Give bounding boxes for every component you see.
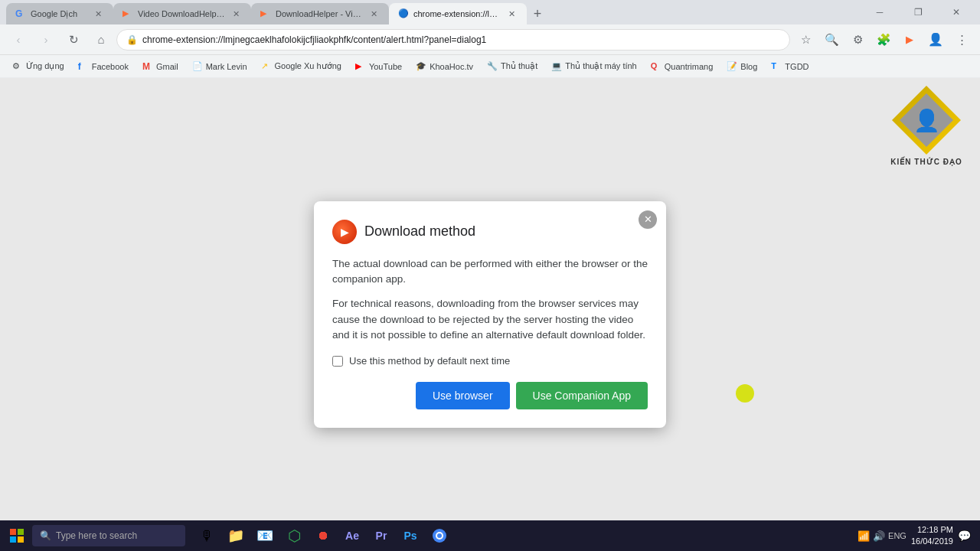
tab-close-2[interactable]: ✕	[230, 8, 242, 20]
bookmark-label-khoahoc: KhoaHoc.tv	[430, 62, 473, 71]
checkbox-label[interactable]: Use this method by default next time	[349, 355, 510, 367]
tab-label-4: chrome-extension://lmjnegcaek...	[413, 9, 501, 18]
tab-favicon-4: 🔵	[398, 8, 409, 19]
tab-extension[interactable]: 🔵 chrome-extension://lmjnegcaek... ✕	[389, 3, 527, 24]
bookmark-label-tgdd: TGDD	[785, 62, 808, 71]
mark-levin-icon: 📄	[192, 61, 203, 72]
youtube-icon: ▶	[355, 61, 366, 72]
quantrimang-icon: Q	[651, 61, 662, 72]
vdh-dialog-icon: ▶	[332, 220, 357, 244]
taskbar-adobe-ps[interactable]: Ps	[397, 522, 424, 549]
maximize-button[interactable]: ❐	[900, 0, 936, 24]
home-button[interactable]: ⌂	[89, 28, 113, 52]
bookmark-label-youtube: YouTube	[369, 62, 402, 71]
thu-thuat-mt-icon: 💻	[551, 61, 562, 72]
toolbar-icons: ☆ 🔍 ⚙ 🧩 ▶ 👤 ⋮	[793, 28, 974, 52]
blog-icon: 📝	[727, 61, 737, 72]
taskbar-adobe-ae[interactable]: Ae	[338, 522, 366, 549]
dialog-header: ▶ Download method	[332, 220, 648, 244]
gmail-icon: M	[142, 61, 153, 72]
bookmark-youtube[interactable]: ▶ YouTube	[349, 60, 408, 73]
bookmark-tgdd[interactable]: T TGDD	[765, 60, 815, 73]
window-controls: ─ ❐ ✕	[862, 0, 974, 24]
tab-favicon-2: ▶	[122, 8, 133, 19]
minimize-button[interactable]: ─	[862, 0, 897, 24]
address-text: chrome-extension://lmjnegcaeklhafolokijc…	[142, 34, 780, 45]
tab-label-1: Google Dịch	[31, 9, 77, 19]
thu-thuat-icon: 🔧	[487, 61, 498, 72]
tgdd-icon: T	[771, 61, 782, 72]
tab-close-4[interactable]: ✕	[505, 8, 518, 20]
profile-icon[interactable]: 👤	[923, 28, 948, 52]
tab-google-dich[interactable]: G Google Dịch ✕	[6, 3, 113, 24]
bookmark-label-trends: Google Xu hướng	[275, 61, 341, 71]
svg-rect-0	[10, 529, 16, 535]
use-companion-button[interactable]: Use Companion App	[516, 382, 648, 409]
taskbar-record[interactable]: ⏺	[309, 522, 337, 549]
bookmark-facebook[interactable]: f Facebook	[72, 60, 135, 73]
dialog-title: Download method	[364, 223, 475, 240]
address-bar[interactable]: 🔒 chrome-extension://lmjnegcaeklhafoloki…	[116, 29, 790, 51]
taskbar-chrome[interactable]	[426, 522, 453, 549]
bookmark-icon[interactable]: ☆	[793, 28, 818, 52]
taskbar-adobe-pr[interactable]: Pr	[368, 522, 395, 549]
tab-favicon-3: ▶	[260, 8, 271, 19]
bookmark-label-mark: Mark Levin	[206, 62, 247, 71]
taskbar-system-icons: 📶 🔊 ENG	[858, 530, 906, 542]
tab-vdh2[interactable]: ▶ DownloadHelper - Video downl... ✕	[251, 3, 389, 24]
start-button[interactable]	[3, 522, 31, 549]
tab-close-3[interactable]: ✕	[368, 8, 380, 20]
taskbar-app4[interactable]: ⬡	[280, 522, 308, 549]
taskbar-search[interactable]: 🔍 Type here to search	[32, 525, 185, 546]
bookmark-label: Ứng dụng	[26, 61, 64, 71]
bookmark-quantrimang[interactable]: Q Quantrimang	[645, 60, 720, 73]
bookmark-thu-thuat-mt[interactable]: 💻 Thủ thuật máy tính	[545, 60, 642, 73]
bookmark-ung-dung[interactable]: ⚙ Ứng dụng	[6, 60, 70, 73]
taskbar-clock: 12:18 PM 16/04/2019	[911, 524, 953, 548]
reload-button[interactable]: ↻	[61, 28, 86, 52]
tab-vdh1[interactable]: ▶ Video DownloadHelper - Cửa h... ✕	[113, 3, 251, 24]
menu-icon[interactable]: ⋮	[949, 28, 974, 52]
taskbar-right: 📶 🔊 ENG 12:18 PM 16/04/2019 💬	[858, 524, 977, 548]
tab-close-1[interactable]: ✕	[92, 8, 104, 20]
bookmark-blog[interactable]: 📝 Blog	[720, 60, 763, 73]
extensions-icon[interactable]: 🧩	[871, 28, 896, 52]
notification-icon[interactable]: 💬	[958, 530, 971, 542]
download-method-dialog: ▶ Download method ✕ The actual download …	[314, 201, 666, 428]
bookmark-thu-thuat[interactable]: 🔧 Thủ thuật	[481, 60, 544, 73]
dialog-body: The actual download can be performed wit…	[332, 256, 648, 343]
dialog-para2: For technical reasons, downloading from …	[332, 296, 648, 343]
taskbar-file-explorer[interactable]: 📁	[222, 522, 250, 549]
zoom-icon[interactable]: 🔍	[819, 28, 844, 52]
svg-rect-3	[18, 536, 24, 543]
ung-dung-icon: ⚙	[12, 61, 23, 72]
settings-icon[interactable]: ⚙	[845, 28, 870, 52]
browser-window: G Google Dịch ✕ ▶ Video DownloadHelper -…	[0, 0, 980, 551]
bookmark-label-facebook: Facebook	[92, 62, 129, 71]
lock-icon: 🔒	[126, 34, 138, 45]
bookmark-gmail[interactable]: M Gmail	[136, 60, 185, 73]
facebook-icon: f	[78, 61, 89, 72]
volume-icon: 🔊	[873, 530, 885, 542]
taskbar-cortana[interactable]: 🎙	[193, 522, 220, 549]
taskbar-search-text: Type here to search	[56, 530, 137, 541]
bookmark-khoahoc[interactable]: 🎓 KhoaHoc.tv	[410, 60, 479, 73]
vdh-ext-icon[interactable]: ▶	[897, 28, 922, 52]
forward-button[interactable]: ›	[34, 28, 58, 52]
address-bar-row: ‹ › ↻ ⌂ 🔒 chrome-extension://lmjnegcaekl…	[0, 24, 980, 55]
bookmark-google-trends[interactable]: ↗ Google Xu hướng	[255, 60, 348, 73]
bookmark-label-thuat: Thủ thuật	[501, 61, 537, 71]
lang-indicator[interactable]: ENG	[888, 531, 906, 540]
taskbar-apps: 🎙 📁 📧 ⬡ ⏺ Ae Pr Ps	[193, 522, 453, 549]
close-button[interactable]: ✕	[939, 0, 974, 24]
new-tab-button[interactable]: +	[527, 3, 548, 24]
dialog-close-button[interactable]: ✕	[639, 210, 657, 229]
back-button[interactable]: ‹	[6, 28, 31, 52]
use-browser-button[interactable]: Use browser	[416, 382, 510, 409]
main-content: 👤 KIẾN THỨC ĐẠO ▶ Download method ✕ The …	[0, 78, 980, 551]
taskbar-app3[interactable]: 📧	[251, 522, 279, 549]
bookmark-label-blog: Blog	[740, 62, 757, 71]
bookmark-mark-levin[interactable]: 📄 Mark Levin	[186, 60, 253, 73]
default-method-checkbox[interactable]	[332, 356, 343, 367]
taskbar-search-icon: 🔍	[40, 530, 51, 541]
